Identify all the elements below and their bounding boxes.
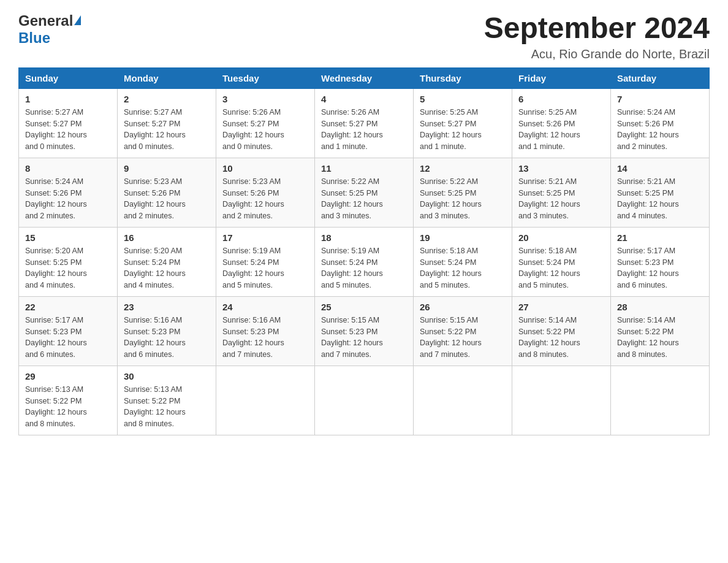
calendar-cell: 27Sunrise: 5:14 AMSunset: 5:22 PMDayligh… <box>512 296 611 366</box>
day-info: Sunrise: 5:20 AMSunset: 5:24 PMDaylight:… <box>124 245 210 291</box>
calendar-title: September 2024 <box>484 12 710 45</box>
day-info: Sunrise: 5:21 AMSunset: 5:25 PMDaylight:… <box>617 176 703 222</box>
calendar-cell: 20Sunrise: 5:18 AMSunset: 5:24 PMDayligh… <box>512 227 611 296</box>
calendar-cell <box>414 366 512 435</box>
day-info: Sunrise: 5:13 AMSunset: 5:22 PMDaylight:… <box>25 384 111 430</box>
logo: General Blue <box>18 12 81 47</box>
col-wednesday: Wednesday <box>315 67 414 88</box>
day-info: Sunrise: 5:14 AMSunset: 5:22 PMDaylight:… <box>518 315 604 361</box>
day-info: Sunrise: 5:13 AMSunset: 5:22 PMDaylight:… <box>124 384 210 430</box>
calendar-cell: 5Sunrise: 5:25 AMSunset: 5:27 PMDaylight… <box>414 88 512 158</box>
logo-blue-text: Blue <box>18 29 50 46</box>
calendar-cell: 17Sunrise: 5:19 AMSunset: 5:24 PMDayligh… <box>216 227 315 296</box>
day-number: 15 <box>25 232 111 243</box>
calendar-cell: 25Sunrise: 5:15 AMSunset: 5:23 PMDayligh… <box>315 296 414 366</box>
day-info: Sunrise: 5:22 AMSunset: 5:25 PMDaylight:… <box>321 176 407 222</box>
calendar-cell: 10Sunrise: 5:23 AMSunset: 5:26 PMDayligh… <box>216 158 315 227</box>
calendar-cell: 23Sunrise: 5:16 AMSunset: 5:23 PMDayligh… <box>118 296 216 366</box>
calendar-cell: 15Sunrise: 5:20 AMSunset: 5:25 PMDayligh… <box>19 227 118 296</box>
day-number: 30 <box>124 371 210 381</box>
logo-general-text: General <box>18 12 73 29</box>
calendar-cell: 26Sunrise: 5:15 AMSunset: 5:22 PMDayligh… <box>414 296 512 366</box>
day-info: Sunrise: 5:16 AMSunset: 5:23 PMDaylight:… <box>222 315 308 361</box>
day-number: 6 <box>518 94 604 104</box>
day-info: Sunrise: 5:23 AMSunset: 5:26 PMDaylight:… <box>222 176 308 222</box>
calendar-cell: 21Sunrise: 5:17 AMSunset: 5:23 PMDayligh… <box>611 227 710 296</box>
day-info: Sunrise: 5:14 AMSunset: 5:22 PMDaylight:… <box>617 315 703 361</box>
page-header: General Blue September 2024 Acu, Rio Gra… <box>18 12 710 61</box>
calendar-cell <box>315 366 414 435</box>
calendar-week-row: 15Sunrise: 5:20 AMSunset: 5:25 PMDayligh… <box>19 227 710 296</box>
calendar-cell <box>216 366 315 435</box>
day-number: 19 <box>420 232 506 243</box>
day-info: Sunrise: 5:24 AMSunset: 5:26 PMDaylight:… <box>617 107 703 153</box>
col-tuesday: Tuesday <box>216 67 315 88</box>
calendar-cell: 22Sunrise: 5:17 AMSunset: 5:23 PMDayligh… <box>19 296 118 366</box>
calendar-week-row: 22Sunrise: 5:17 AMSunset: 5:23 PMDayligh… <box>19 296 710 366</box>
day-info: Sunrise: 5:19 AMSunset: 5:24 PMDaylight:… <box>321 245 407 291</box>
calendar-cell <box>512 366 611 435</box>
calendar-cell: 29Sunrise: 5:13 AMSunset: 5:22 PMDayligh… <box>19 366 118 435</box>
day-number: 2 <box>124 94 210 104</box>
day-info: Sunrise: 5:19 AMSunset: 5:24 PMDaylight:… <box>222 245 308 291</box>
day-number: 5 <box>420 94 506 104</box>
calendar-cell: 28Sunrise: 5:14 AMSunset: 5:22 PMDayligh… <box>611 296 710 366</box>
day-number: 26 <box>420 302 506 312</box>
calendar-cell: 14Sunrise: 5:21 AMSunset: 5:25 PMDayligh… <box>611 158 710 227</box>
day-info: Sunrise: 5:18 AMSunset: 5:24 PMDaylight:… <box>518 245 604 291</box>
calendar-cell: 30Sunrise: 5:13 AMSunset: 5:22 PMDayligh… <box>118 366 216 435</box>
day-info: Sunrise: 5:21 AMSunset: 5:25 PMDaylight:… <box>518 176 604 222</box>
calendar-cell: 4Sunrise: 5:26 AMSunset: 5:27 PMDaylight… <box>315 88 414 158</box>
col-sunday: Sunday <box>19 67 118 88</box>
day-info: Sunrise: 5:26 AMSunset: 5:27 PMDaylight:… <box>222 107 308 153</box>
calendar-cell: 18Sunrise: 5:19 AMSunset: 5:24 PMDayligh… <box>315 227 414 296</box>
calendar-cell: 9Sunrise: 5:23 AMSunset: 5:26 PMDaylight… <box>118 158 216 227</box>
day-info: Sunrise: 5:20 AMSunset: 5:25 PMDaylight:… <box>25 245 111 291</box>
day-number: 7 <box>617 94 703 104</box>
day-number: 22 <box>25 302 111 312</box>
day-info: Sunrise: 5:17 AMSunset: 5:23 PMDaylight:… <box>617 245 703 291</box>
calendar-week-row: 1Sunrise: 5:27 AMSunset: 5:27 PMDaylight… <box>19 88 710 158</box>
day-number: 4 <box>321 94 407 104</box>
day-info: Sunrise: 5:17 AMSunset: 5:23 PMDaylight:… <box>25 315 111 361</box>
calendar-cell: 19Sunrise: 5:18 AMSunset: 5:24 PMDayligh… <box>414 227 512 296</box>
calendar-cell: 7Sunrise: 5:24 AMSunset: 5:26 PMDaylight… <box>611 88 710 158</box>
day-number: 12 <box>420 163 506 174</box>
day-number: 1 <box>25 94 111 104</box>
day-number: 18 <box>321 232 407 243</box>
col-monday: Monday <box>118 67 216 88</box>
day-info: Sunrise: 5:16 AMSunset: 5:23 PMDaylight:… <box>124 315 210 361</box>
col-thursday: Thursday <box>414 67 512 88</box>
calendar-cell: 24Sunrise: 5:16 AMSunset: 5:23 PMDayligh… <box>216 296 315 366</box>
day-number: 14 <box>617 163 703 174</box>
day-number: 28 <box>617 302 703 312</box>
day-info: Sunrise: 5:22 AMSunset: 5:25 PMDaylight:… <box>420 176 506 222</box>
day-number: 29 <box>25 371 111 381</box>
day-number: 11 <box>321 163 407 174</box>
calendar-cell <box>611 366 710 435</box>
day-info: Sunrise: 5:25 AMSunset: 5:27 PMDaylight:… <box>420 107 506 153</box>
day-info: Sunrise: 5:24 AMSunset: 5:26 PMDaylight:… <box>25 176 111 222</box>
day-info: Sunrise: 5:27 AMSunset: 5:27 PMDaylight:… <box>25 107 111 153</box>
day-info: Sunrise: 5:15 AMSunset: 5:22 PMDaylight:… <box>420 315 506 361</box>
calendar-cell: 11Sunrise: 5:22 AMSunset: 5:25 PMDayligh… <box>315 158 414 227</box>
day-number: 8 <box>25 163 111 174</box>
day-number: 23 <box>124 302 210 312</box>
day-number: 3 <box>222 94 308 104</box>
calendar-title-block: September 2024 Acu, Rio Grande do Norte,… <box>484 12 710 61</box>
calendar-cell: 3Sunrise: 5:26 AMSunset: 5:27 PMDaylight… <box>216 88 315 158</box>
day-number: 16 <box>124 232 210 243</box>
col-saturday: Saturday <box>611 67 710 88</box>
day-info: Sunrise: 5:27 AMSunset: 5:27 PMDaylight:… <box>124 107 210 153</box>
calendar-cell: 13Sunrise: 5:21 AMSunset: 5:25 PMDayligh… <box>512 158 611 227</box>
calendar-header-row: Sunday Monday Tuesday Wednesday Thursday… <box>19 67 710 88</box>
calendar-cell: 16Sunrise: 5:20 AMSunset: 5:24 PMDayligh… <box>118 227 216 296</box>
day-number: 21 <box>617 232 703 243</box>
day-info: Sunrise: 5:15 AMSunset: 5:23 PMDaylight:… <box>321 315 407 361</box>
day-number: 13 <box>518 163 604 174</box>
calendar-week-row: 8Sunrise: 5:24 AMSunset: 5:26 PMDaylight… <box>19 158 710 227</box>
calendar-cell: 12Sunrise: 5:22 AMSunset: 5:25 PMDayligh… <box>414 158 512 227</box>
logo-triangle-icon <box>74 15 81 25</box>
calendar-cell: 1Sunrise: 5:27 AMSunset: 5:27 PMDaylight… <box>19 88 118 158</box>
day-number: 24 <box>222 302 308 312</box>
